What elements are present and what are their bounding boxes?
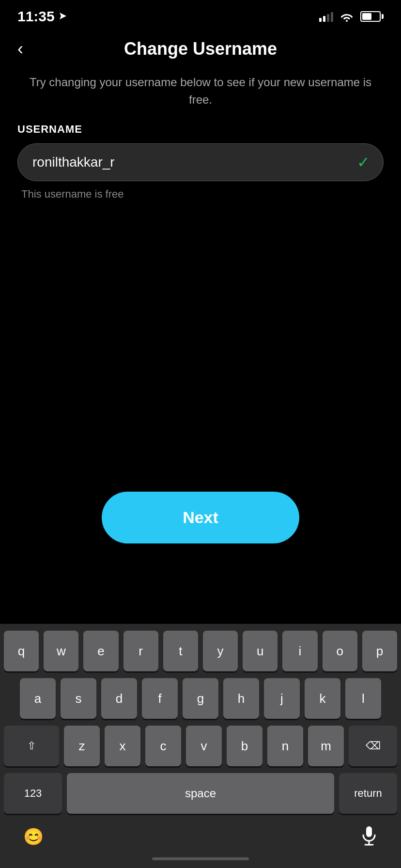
key-h[interactable]: h — [223, 678, 259, 719]
numbers-key[interactable]: 123 — [4, 773, 62, 814]
username-status-message: This username is free — [17, 188, 384, 201]
location-arrow-icon — [59, 12, 67, 21]
keyboard: q w e r t y u i o p a s d f g h j k l ⇧ … — [0, 624, 401, 868]
key-t[interactable]: t — [163, 631, 198, 671]
username-input[interactable] — [17, 143, 384, 181]
key-p[interactable]: p — [362, 631, 397, 671]
subtitle-text: Try changing your username below to see … — [0, 69, 401, 123]
checkmark-icon: ✓ — [357, 153, 370, 171]
key-m[interactable]: m — [308, 726, 344, 766]
battery-icon — [360, 11, 384, 22]
key-k[interactable]: k — [305, 678, 340, 719]
emoji-button[interactable]: 😊 — [23, 827, 44, 846]
username-label: USERNAME — [17, 123, 384, 136]
time-display: 11:35 — [17, 8, 55, 25]
key-j[interactable]: j — [264, 678, 300, 719]
shift-key[interactable]: ⇧ — [4, 726, 59, 766]
keyboard-row-1: q w e r t y u i o p — [4, 631, 397, 671]
key-f[interactable]: f — [142, 678, 178, 719]
next-button-area: Next — [0, 492, 401, 543]
page-header: ‹ Change Username — [0, 29, 401, 69]
key-s[interactable]: s — [61, 678, 96, 719]
key-o[interactable]: o — [323, 631, 357, 671]
input-wrapper: ✓ — [17, 143, 384, 181]
key-v[interactable]: v — [186, 726, 222, 766]
key-e[interactable]: e — [83, 631, 118, 671]
key-b[interactable]: b — [227, 726, 262, 766]
key-u[interactable]: u — [243, 631, 278, 671]
key-g[interactable]: g — [183, 678, 218, 719]
key-c[interactable]: c — [145, 726, 181, 766]
next-button[interactable]: Next — [102, 492, 299, 543]
form-area: USERNAME ✓ This username is free — [0, 123, 401, 201]
status-icons — [319, 11, 384, 22]
microphone-button[interactable] — [360, 825, 378, 848]
status-bar: 11:35 — [0, 0, 401, 29]
key-w[interactable]: w — [44, 631, 78, 671]
key-x[interactable]: x — [105, 726, 140, 766]
keyboard-row-bottom: 123 space return — [4, 773, 397, 814]
delete-key[interactable]: ⌫ — [349, 726, 397, 766]
keyboard-row-3: ⇧ z x c v b n m ⌫ — [4, 726, 397, 766]
home-indicator — [152, 857, 249, 860]
space-key[interactable]: space — [67, 773, 334, 814]
key-a[interactable]: a — [20, 678, 56, 719]
key-n[interactable]: n — [267, 726, 303, 766]
page-title: Change Username — [124, 39, 277, 59]
keyboard-row-2: a s d f g h j k l — [4, 678, 397, 719]
status-time: 11:35 — [17, 8, 67, 25]
microphone-icon — [360, 825, 378, 846]
key-i[interactable]: i — [282, 631, 317, 671]
return-key[interactable]: return — [339, 773, 397, 814]
key-r[interactable]: r — [123, 631, 158, 671]
key-z[interactable]: z — [64, 726, 100, 766]
keyboard-extras: 😊 — [4, 821, 397, 857]
signal-icon — [319, 11, 333, 22]
key-l[interactable]: l — [345, 678, 381, 719]
key-q[interactable]: q — [4, 631, 39, 671]
wifi-icon — [340, 11, 354, 22]
key-y[interactable]: y — [203, 631, 238, 671]
back-button[interactable]: ‹ — [17, 40, 23, 58]
key-d[interactable]: d — [101, 678, 137, 719]
svg-rect-0 — [366, 826, 372, 837]
